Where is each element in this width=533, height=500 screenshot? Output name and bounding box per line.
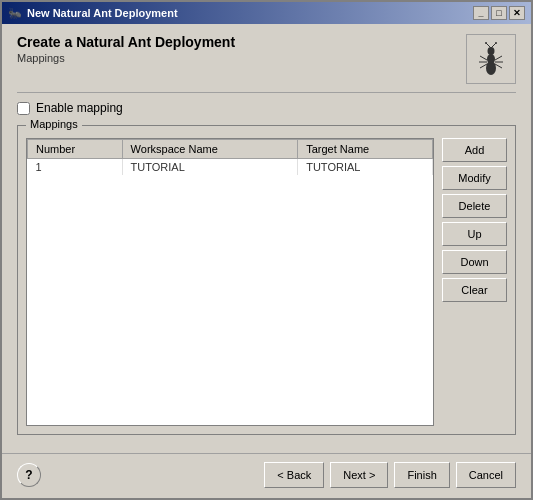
page-header-text: Create a Natural Ant Deployment Mappings (17, 34, 235, 64)
help-button[interactable]: ? (17, 463, 41, 487)
enable-mapping-checkbox[interactable] (17, 102, 30, 115)
col-workspace: Workspace Name (122, 140, 298, 159)
window: 🐜 New Natural Ant Deployment _ □ ✕ Creat… (0, 0, 533, 500)
mappings-table: Number Workspace Name Target Name 1 TUTO… (27, 139, 433, 175)
next-button[interactable]: Next > (330, 462, 388, 488)
mappings-legend: Mappings (26, 118, 82, 130)
enable-mapping-label: Enable mapping (36, 101, 123, 115)
table-row[interactable]: 1 TUTORIAL TUTORIAL (28, 159, 433, 176)
svg-line-9 (480, 64, 487, 68)
title-bar-controls: _ □ ✕ (473, 6, 525, 20)
mappings-table-area: Number Workspace Name Target Name 1 TUTO… (26, 138, 434, 426)
mappings-inner: Number Workspace Name Target Name 1 TUTO… (26, 138, 507, 426)
title-bar-title: 🐜 New Natural Ant Deployment (8, 7, 178, 20)
svg-point-2 (488, 47, 495, 55)
footer-right: < Back Next > Finish Cancel (264, 462, 516, 488)
cell-workspace: TUTORIAL (122, 159, 298, 176)
page-header: Create a Natural Ant Deployment Mappings (17, 34, 516, 93)
maximize-button[interactable]: □ (491, 6, 507, 20)
delete-button[interactable]: Delete (442, 194, 507, 218)
col-number: Number (28, 140, 123, 159)
title-bar: 🐜 New Natural Ant Deployment _ □ ✕ (2, 2, 531, 24)
add-button[interactable]: Add (442, 138, 507, 162)
page-title: Create a Natural Ant Deployment (17, 34, 235, 50)
ant-image (466, 34, 516, 84)
enable-mapping-row: Enable mapping (17, 101, 516, 115)
svg-point-5 (485, 42, 487, 44)
svg-line-7 (480, 56, 487, 60)
svg-point-6 (495, 42, 497, 44)
svg-line-4 (491, 43, 496, 48)
back-button[interactable]: < Back (264, 462, 324, 488)
svg-point-1 (487, 54, 495, 64)
cancel-button[interactable]: Cancel (456, 462, 516, 488)
ant-icon (472, 40, 510, 78)
cell-target: TUTORIAL (298, 159, 433, 176)
footer-left: ? (17, 463, 41, 487)
col-target: Target Name (298, 140, 433, 159)
up-button[interactable]: Up (442, 222, 507, 246)
svg-line-12 (495, 64, 502, 68)
svg-line-10 (495, 56, 502, 60)
content-area: Create a Natural Ant Deployment Mappings (2, 24, 531, 445)
window-icon: 🐜 (8, 7, 22, 20)
window-title: New Natural Ant Deployment (27, 7, 178, 19)
clear-button[interactable]: Clear (442, 278, 507, 302)
page-subtitle: Mappings (17, 52, 235, 64)
down-button[interactable]: Down (442, 250, 507, 274)
table-header-row: Number Workspace Name Target Name (28, 140, 433, 159)
footer: ? < Back Next > Finish Cancel (2, 453, 531, 498)
mappings-group: Mappings Number Workspace Name Target Na… (17, 125, 516, 435)
minimize-button[interactable]: _ (473, 6, 489, 20)
table-body: 1 TUTORIAL TUTORIAL (28, 159, 433, 176)
close-button[interactable]: ✕ (509, 6, 525, 20)
svg-line-3 (486, 43, 491, 48)
finish-button[interactable]: Finish (394, 462, 449, 488)
modify-button[interactable]: Modify (442, 166, 507, 190)
cell-number: 1 (28, 159, 123, 176)
action-buttons: Add Modify Delete Up Down Clear (442, 138, 507, 426)
